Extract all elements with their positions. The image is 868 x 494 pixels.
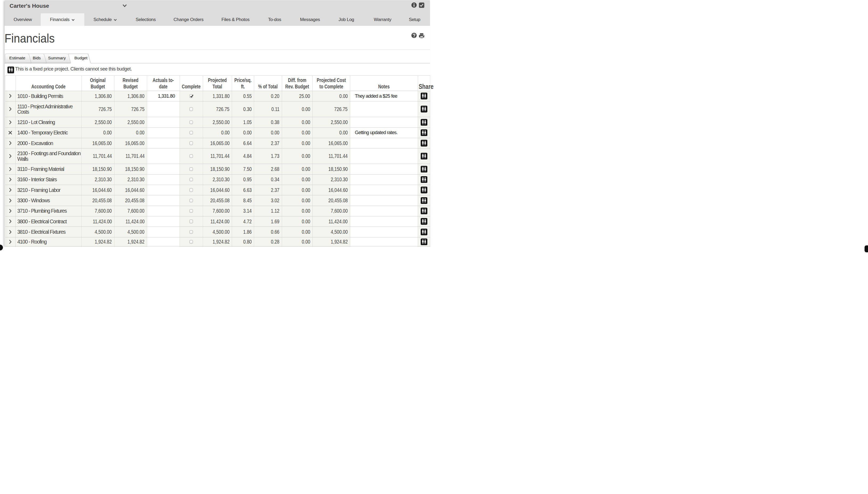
svg-text:Estimate: Estimate [9,56,25,60]
svg-text:Summary: Summary [48,56,66,60]
svg-text:Budget: Budget [74,56,88,60]
svg-text:Bids: Bids [33,56,41,60]
